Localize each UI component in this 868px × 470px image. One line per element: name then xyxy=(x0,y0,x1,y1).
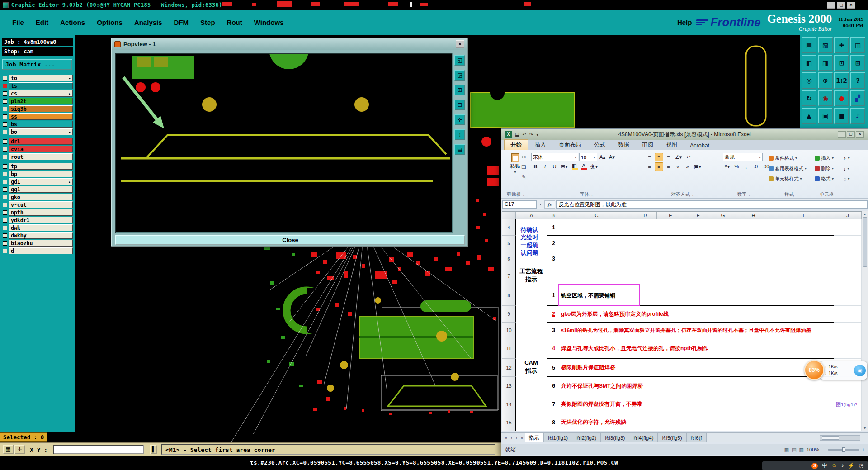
genesis-titlebar[interactable]: Graphic Editor 9.07b2 (00:@HY-HYCAM-PC18… xyxy=(0,0,868,10)
ribbon-tab-Acrobat[interactable]: Acrobat xyxy=(684,141,715,150)
layer-name-box[interactable]: bp xyxy=(9,171,73,177)
ribbon-tab-开始[interactable]: 开始 xyxy=(504,139,528,150)
ribbon-tab-页面布局[interactable]: 页面布局 xyxy=(553,140,587,150)
tool-button-13[interactable]: ↻ xyxy=(802,90,816,106)
layer-name-box[interactable]: d xyxy=(9,247,73,254)
copy-icon[interactable]: ❏ xyxy=(519,163,528,171)
column-header-G[interactable]: G xyxy=(712,212,734,219)
layer-row-ts[interactable]: ts xyxy=(3,82,73,90)
row-header-10[interactable]: 10 xyxy=(502,323,516,338)
format-cells-button[interactable]: 格式▾ xyxy=(814,174,840,184)
layer-row-v-cut[interactable]: v-cut xyxy=(3,201,73,209)
cell-J6[interactable] xyxy=(834,251,862,266)
popview-tool-6[interactable]: ↕ xyxy=(454,129,465,140)
tool-button-11[interactable]: 1:2 xyxy=(834,72,849,89)
layer-row-bs[interactable]: bs xyxy=(3,120,73,128)
cell-J4[interactable] xyxy=(834,219,862,236)
layer-name-box[interactable]: bs xyxy=(9,121,73,128)
sheet-nav-last-icon[interactable]: » xyxy=(519,436,525,440)
layer-row-dwk[interactable]: dwk xyxy=(3,224,73,232)
layer-name-box[interactable]: biaozhu xyxy=(9,240,73,247)
layer-name-box[interactable]: dwkby xyxy=(9,232,73,239)
worksheet-grid[interactable]: ABCDEFGHIJ415263781铣空区域，不需要铺铜92gko层为外形层，… xyxy=(502,211,862,431)
align-left-button[interactable]: ≡ xyxy=(645,162,654,171)
horizontal-scrollbar[interactable] xyxy=(820,435,860,441)
sogou-icon[interactable]: S xyxy=(811,463,818,469)
decrease-indent-button[interactable]: « xyxy=(674,162,682,171)
sheet-tab-图6(f[interactable]: 图6(f xyxy=(687,433,707,442)
align-right-button[interactable]: ≡ xyxy=(664,162,673,171)
board-icon-button[interactable]: ▦ xyxy=(3,445,14,454)
layer-row-siq3b[interactable]: siq3b xyxy=(3,105,73,113)
cell-A11[interactable] xyxy=(516,338,547,359)
layer-name-box[interactable]: v-cut xyxy=(9,201,73,208)
layer-name-box[interactable]: gko xyxy=(9,194,73,200)
align-middle-button[interactable]: ≡ xyxy=(655,153,663,161)
cell-B11[interactable]: 4 xyxy=(547,338,559,359)
cell-J15[interactable] xyxy=(834,413,862,431)
excel-titlebar[interactable]: X ⬓↶↷▾ 4S8M100VA0-页面指示.xls [兼容模式] - Micr… xyxy=(501,129,868,140)
cell-J8[interactable] xyxy=(834,285,862,306)
cell-J13[interactable] xyxy=(834,377,862,395)
layer-name-box[interactable]: ts xyxy=(9,82,73,89)
layer-row-gg1[interactable]: gg1 xyxy=(3,185,73,193)
grow-font-button[interactable]: A▴ xyxy=(598,153,607,161)
cell-C5[interactable] xyxy=(559,236,834,251)
minimize-icon[interactable]: ─ xyxy=(827,2,835,9)
cell-C4[interactable] xyxy=(559,219,834,236)
layer-name-box[interactable]: pln2t xyxy=(9,98,73,104)
sound-icon[interactable]: ♪ xyxy=(841,461,844,470)
layer-row-tp[interactable]: tp xyxy=(3,162,73,170)
cell-A8[interactable] xyxy=(516,285,547,306)
comma-button[interactable]: , xyxy=(742,162,750,171)
cell-B12[interactable]: 5 xyxy=(547,359,559,377)
tool-button-15[interactable]: ● xyxy=(834,90,849,106)
excel-maximize-icon[interactable]: ▢ xyxy=(847,131,855,138)
layer-active-indicator[interactable] xyxy=(3,122,7,127)
align-top-button[interactable]: ≡ xyxy=(645,153,654,161)
layer-name-box[interactable]: gd1▸ xyxy=(9,178,73,185)
vscroll-thumb[interactable] xyxy=(863,217,867,267)
select-all-corner[interactable] xyxy=(502,212,516,219)
layer-row-to[interactable]: to▸ xyxy=(3,74,73,82)
layer-row-gd1[interactable]: gd1▸ xyxy=(3,178,73,185)
ribbon-tab-审阅[interactable]: 审阅 xyxy=(636,140,659,150)
fill-color-button[interactable]: ◧ xyxy=(570,162,579,171)
layer-row-bo[interactable]: bo▸ xyxy=(3,128,73,136)
dialog-launcher-icon[interactable]: ⌟ xyxy=(691,193,693,197)
layer-active-indicator[interactable] xyxy=(3,130,7,134)
layer-row-gko[interactable]: gko xyxy=(3,193,73,201)
cell-C10[interactable]: ≤16mil的钻孔为过孔，删除其双面独立开窗并塞孔；仍存在双面开窗的过孔不塞；且… xyxy=(559,323,834,338)
cell-J10[interactable] xyxy=(834,323,862,338)
popview-close-icon[interactable]: ✕ xyxy=(456,40,464,48)
tool-button-14[interactable]: ◉ xyxy=(818,90,833,106)
cell-B10[interactable]: 3 xyxy=(547,323,559,338)
popview-tool-5[interactable]: ✛ xyxy=(454,114,465,125)
number-format-select[interactable]: 常规▾ xyxy=(723,153,763,161)
layer-active-indicator[interactable] xyxy=(3,218,7,223)
delete-cells-button[interactable]: 删除▾ xyxy=(814,164,840,173)
zoom-out-icon[interactable]: − xyxy=(822,447,825,452)
cell-C9[interactable]: gko层为外形层，请忽略预审定义的profile线 xyxy=(559,306,834,323)
row-header-15[interactable]: 15 xyxy=(502,413,516,431)
layer-name-box[interactable]: ydkdr1 xyxy=(9,217,73,223)
popview-canvas[interactable] xyxy=(115,53,453,233)
column-header-A[interactable]: A xyxy=(516,212,547,219)
cell-A10[interactable] xyxy=(516,323,547,338)
layer-active-indicator[interactable] xyxy=(3,107,7,111)
cell-J7[interactable] xyxy=(834,266,862,285)
cell-C14[interactable]: 类似附图的焊盘没有开窗，不异常 xyxy=(559,395,834,413)
column-header-D[interactable]: D xyxy=(634,212,657,219)
layer-active-indicator[interactable] xyxy=(3,114,7,119)
align-bottom-button[interactable]: ≡ xyxy=(664,153,673,161)
redo-icon[interactable]: ↷ xyxy=(528,132,534,138)
cell-C15[interactable]: 无法优化的字符，允许残缺 xyxy=(559,413,834,431)
ime-chinese-icon[interactable]: 中 xyxy=(822,461,827,470)
layer-name-box[interactable]: gg1 xyxy=(9,186,73,193)
layer-row-cs[interactable]: cs▸ xyxy=(3,90,73,97)
hscroll-thumb[interactable] xyxy=(822,436,839,440)
layer-row-cvia[interactable]: cvia xyxy=(3,145,73,153)
scroll-up-icon[interactable]: ▲ xyxy=(863,211,867,217)
zoom-in-icon[interactable]: + xyxy=(862,447,865,452)
sheet-nav-prev-icon[interactable]: ‹ xyxy=(509,436,514,440)
